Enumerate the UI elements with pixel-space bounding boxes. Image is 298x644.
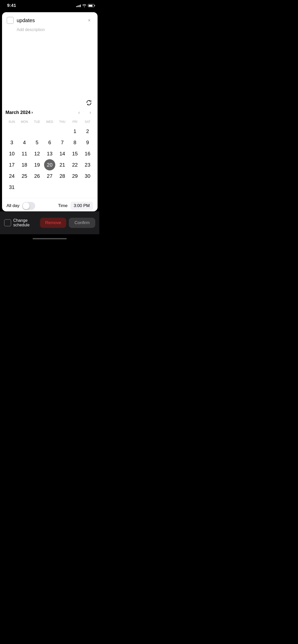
allday-section: All day bbox=[7, 202, 35, 210]
calendar-day-10[interactable]: 10 bbox=[6, 148, 17, 159]
calendar-day-17[interactable]: 17 bbox=[6, 159, 17, 170]
calendar-day-8[interactable]: 8 bbox=[69, 137, 80, 148]
calendar-day-3[interactable]: 3 bbox=[6, 137, 17, 148]
prev-month-button[interactable]: ‹ bbox=[76, 109, 83, 116]
action-bar: Change schedule Remove Confirm bbox=[0, 211, 99, 234]
allday-label: All day bbox=[7, 203, 20, 208]
remove-button[interactable]: Remove bbox=[40, 218, 66, 228]
wifi-icon bbox=[82, 4, 86, 7]
signal-icon bbox=[76, 4, 81, 7]
calendar-empty-cell bbox=[19, 182, 30, 193]
calendar-empty-cell bbox=[31, 182, 43, 193]
calendar-empty-cell bbox=[57, 126, 68, 137]
confirm-button[interactable]: Confirm bbox=[69, 218, 95, 228]
calendar-day-16[interactable]: 16 bbox=[82, 148, 93, 159]
calendar-day-7[interactable]: 7 bbox=[57, 137, 68, 148]
calendar-day-31[interactable]: 31 bbox=[6, 182, 17, 193]
repeat-row: + bbox=[2, 99, 98, 109]
empty-area bbox=[2, 33, 98, 99]
calendar-day-4[interactable]: 4 bbox=[19, 137, 30, 148]
time-value[interactable]: 3:00 PM bbox=[71, 202, 93, 210]
day-header-sat: SAT bbox=[81, 119, 94, 125]
calendar-day-29[interactable]: 29 bbox=[69, 170, 80, 182]
repeat-icon[interactable]: + bbox=[85, 99, 93, 107]
time-row: All day Time 3:00 PM bbox=[2, 198, 98, 211]
calendar-header: March 2024 › ‹ › bbox=[6, 109, 94, 116]
calendar-empty-cell bbox=[69, 182, 80, 193]
calendar-day-2[interactable]: 2 bbox=[82, 126, 93, 137]
calendar-day-19[interactable]: 19 bbox=[31, 159, 43, 170]
calendar-empty-cell bbox=[31, 126, 43, 137]
time-section: Time 3:00 PM bbox=[58, 202, 93, 210]
calendar-day-30[interactable]: 30 bbox=[82, 170, 93, 182]
month-year-title[interactable]: March 2024 › bbox=[6, 110, 33, 115]
toggle-thumb bbox=[23, 202, 30, 209]
calendar-nav: ‹ › bbox=[76, 109, 94, 116]
status-time: 9:41 bbox=[7, 3, 16, 8]
calendar-day-12[interactable]: 12 bbox=[31, 148, 43, 159]
calendar-day-25[interactable]: 25 bbox=[19, 170, 30, 182]
calendar-empty-cell bbox=[19, 126, 30, 137]
calendar-day-5[interactable]: 5 bbox=[31, 137, 43, 148]
calendar-day-1[interactable]: 1 bbox=[69, 126, 80, 137]
next-month-button[interactable]: › bbox=[87, 109, 94, 116]
calendar-empty-cell bbox=[57, 182, 68, 193]
calendar-day-28[interactable]: 28 bbox=[57, 170, 68, 182]
calendar-empty-cell bbox=[44, 182, 55, 193]
calendar-empty-cell bbox=[44, 126, 55, 137]
task-checkbox[interactable] bbox=[7, 17, 14, 24]
calendar-day-22[interactable]: 22 bbox=[69, 159, 80, 170]
calendar-day-15[interactable]: 15 bbox=[69, 148, 80, 159]
calendar-day-21[interactable]: 21 bbox=[57, 159, 68, 170]
status-icons bbox=[76, 4, 94, 7]
day-headers: SUN MON TUE WED THU FRI SAT bbox=[6, 119, 94, 125]
battery-icon bbox=[88, 4, 94, 7]
home-bar bbox=[33, 238, 67, 239]
calendar-section: March 2024 › ‹ › SUN MON TUE WED THU FRI… bbox=[2, 109, 98, 197]
calendar-day-18[interactable]: 18 bbox=[19, 159, 30, 170]
calendar-day-13[interactable]: 13 bbox=[44, 148, 55, 159]
home-indicator bbox=[0, 234, 99, 243]
month-chevron-icon: › bbox=[32, 110, 33, 115]
day-header-sun: SUN bbox=[6, 119, 18, 125]
task-header: updates × bbox=[2, 12, 98, 26]
calendar-empty-cell bbox=[6, 126, 17, 137]
change-schedule-icon bbox=[4, 219, 11, 226]
day-header-wed: WED bbox=[43, 119, 56, 125]
calendar-grid: 1234567891011121314151617181920212223242… bbox=[6, 126, 94, 193]
calendar-empty-cell bbox=[82, 182, 93, 193]
day-header-fri: FRI bbox=[69, 119, 81, 125]
calendar-day-11[interactable]: 11 bbox=[19, 148, 30, 159]
change-schedule-button[interactable]: Change schedule bbox=[4, 218, 40, 227]
main-card: updates × Add description + March 2024 ›… bbox=[2, 12, 98, 211]
svg-text:+: + bbox=[90, 100, 92, 102]
day-header-mon: MON bbox=[18, 119, 31, 125]
calendar-day-14[interactable]: 14 bbox=[57, 148, 68, 159]
action-buttons: Remove Confirm bbox=[40, 218, 95, 228]
day-header-thu: THU bbox=[56, 119, 69, 125]
calendar-day-9[interactable]: 9 bbox=[82, 137, 93, 148]
time-label: Time bbox=[58, 203, 67, 208]
status-bar: 9:41 bbox=[0, 0, 99, 11]
task-description-placeholder[interactable]: Add description bbox=[2, 26, 98, 33]
calendar-day-23[interactable]: 23 bbox=[82, 159, 93, 170]
calendar-day-20[interactable]: 20 bbox=[44, 159, 55, 170]
change-schedule-label: Change schedule bbox=[13, 218, 40, 227]
close-button[interactable]: × bbox=[86, 17, 93, 24]
task-title: updates bbox=[17, 18, 83, 23]
calendar-day-24[interactable]: 24 bbox=[6, 170, 17, 182]
calendar-day-27[interactable]: 27 bbox=[44, 170, 55, 182]
calendar-day-6[interactable]: 6 bbox=[44, 137, 55, 148]
calendar-day-26[interactable]: 26 bbox=[31, 170, 43, 182]
allday-toggle[interactable] bbox=[22, 202, 35, 210]
day-header-tue: TUE bbox=[31, 119, 44, 125]
